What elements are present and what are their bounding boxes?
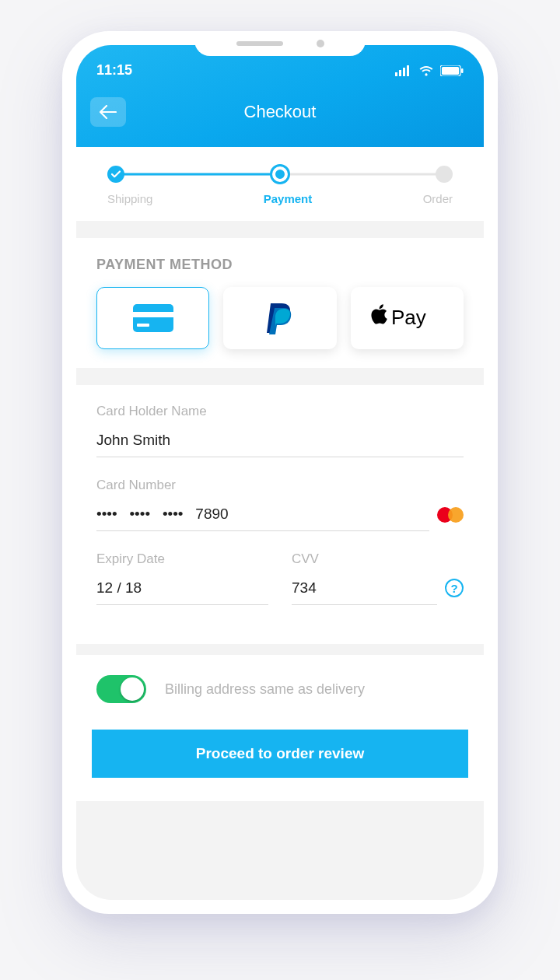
- svg-rect-3: [407, 65, 409, 76]
- arrow-left-icon: [100, 105, 117, 119]
- step-label-order: Order: [423, 192, 453, 205]
- front-camera: [317, 40, 324, 47]
- question-mark-icon: ?: [450, 582, 457, 595]
- expiry-input[interactable]: [96, 575, 268, 605]
- cta-section: Proceed to order review: [76, 723, 484, 801]
- card-number-label: Card Number: [96, 478, 464, 493]
- svg-rect-6: [461, 68, 464, 73]
- card-holder-label: Card Holder Name: [96, 404, 464, 419]
- svg-rect-0: [395, 72, 397, 76]
- step-label-payment: Payment: [264, 192, 313, 205]
- svg-rect-2: [403, 68, 405, 76]
- svg-rect-5: [442, 67, 459, 75]
- payment-method-card[interactable]: [96, 287, 209, 349]
- status-time: 11:15: [96, 62, 132, 79]
- step-dot-order[interactable]: [436, 166, 453, 183]
- section-divider: [76, 368, 484, 385]
- check-icon: [111, 170, 121, 178]
- back-button[interactable]: [90, 97, 126, 127]
- app-header: 11:15 Checkout: [76, 45, 484, 147]
- credit-card-icon: [132, 303, 174, 333]
- payment-method-paypal[interactable]: [223, 287, 336, 349]
- cvv-input[interactable]: [292, 575, 437, 605]
- status-bar: 11:15: [76, 56, 484, 94]
- stepper-track-fill: [115, 173, 278, 176]
- svg-rect-7: [133, 304, 173, 332]
- card-holder-input[interactable]: [96, 427, 464, 457]
- svg-rect-9: [137, 324, 149, 327]
- page-title: Checkout: [244, 102, 317, 122]
- paypal-icon: [264, 300, 296, 336]
- phone-frame: 11:15 Checkout: [62, 31, 498, 914]
- phone-notch: [194, 31, 366, 56]
- proceed-button[interactable]: Proceed to order review: [92, 730, 468, 778]
- speaker-slot: [236, 41, 283, 46]
- step-dot-payment[interactable]: [272, 166, 288, 182]
- signal-icon: [395, 65, 412, 76]
- card-details-section: Card Holder Name Card Number Expiry Date…: [76, 385, 484, 644]
- payment-method-applepay[interactable]: Pay: [351, 287, 464, 349]
- apple-pay-icon: Pay: [369, 303, 444, 334]
- svg-rect-1: [399, 70, 401, 76]
- wifi-icon: [418, 65, 434, 76]
- billing-same-toggle[interactable]: [96, 675, 146, 703]
- billing-same-row: Billing address same as delivery: [76, 655, 484, 723]
- payment-method-section: PAYMENT METHOD Pay: [76, 238, 484, 368]
- step-dot-shipping[interactable]: [107, 166, 124, 183]
- cvv-label: CVV: [292, 551, 464, 567]
- expiry-label: Expiry Date: [96, 551, 268, 567]
- status-icons: [395, 65, 464, 76]
- screen: 11:15 Checkout: [76, 45, 484, 900]
- svg-rect-8: [133, 312, 173, 317]
- card-number-input[interactable]: [96, 501, 429, 531]
- step-label-shipping: Shipping: [107, 192, 152, 205]
- payment-method-title: PAYMENT METHOD: [96, 257, 464, 273]
- battery-icon: [440, 65, 464, 76]
- section-divider: [76, 644, 484, 655]
- checkout-stepper: Shipping Payment Order: [76, 147, 484, 221]
- title-bar: Checkout: [76, 94, 484, 128]
- cvv-help-button[interactable]: ?: [445, 579, 464, 597]
- svg-text:Pay: Pay: [391, 306, 426, 329]
- billing-same-label: Billing address same as delivery: [165, 681, 365, 698]
- section-divider: [76, 221, 484, 238]
- mastercard-icon: [437, 506, 464, 523]
